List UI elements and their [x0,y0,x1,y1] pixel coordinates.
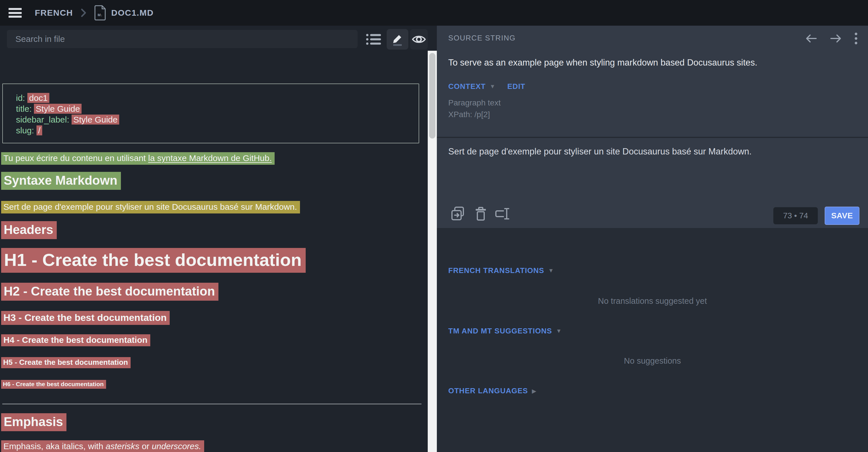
eye-icon [412,34,426,44]
plain-text: Emphasis [4,415,63,429]
hamburger-menu-icon[interactable] [8,8,22,18]
string-highlight: Headers [1,221,57,239]
next-string-button[interactable] [830,33,842,44]
string-highlight: Emphasis [1,413,66,431]
document-scrollbar [428,51,437,452]
plain-text: H2 - Create the best documentation [4,284,215,298]
source-string-section: SOURCE STRING To serve as an example pag… [437,26,868,228]
string-highlight: Tu peux écrire du contenu en utilisant l… [1,152,275,165]
doc-string-p[interactable]: Sert de page d'exemple pour styliser un … [1,201,300,214]
copy-icon [451,206,465,221]
plain-text: Headers [4,223,53,236]
plain-text: Tu peux écrire du contenu en utilisant [3,153,148,163]
pencil-icon [391,33,404,46]
doc-string-h2[interactable]: Headers [1,221,57,239]
svg-text:M↓: M↓ [97,13,102,17]
plain-text: H4 - Create the best documentation [3,335,148,345]
yaml-value-string[interactable]: / [36,125,42,135]
section-header-other-languages[interactable]: OTHER LANGUAGES▶ [448,386,536,395]
section-header-french-translations[interactable]: FRENCH TRANSLATIONS▼ [448,266,554,275]
breadcrumb-project[interactable]: FRENCH [35,8,73,18]
string-highlight: H5 - Create the best documentation [1,357,131,368]
yaml-value-string[interactable]: doc1 [27,93,49,103]
string-highlight: H1 - Create the best documentation [1,248,306,273]
translation-editor[interactable]: Sert de page d'exemple pour styliser un … [448,147,856,192]
doc-string-h1[interactable]: H1 - Create the best documentation [1,248,306,273]
text-cursor-button[interactable] [494,206,509,221]
string-highlight: Sert de page d'exemple pour styliser un … [1,201,300,214]
translation-toolbar: 73 • 74 SAVE [437,199,868,228]
translation-editor-app: FRENCH M↓ DOC1.MD [0,0,868,452]
plain-text: or [140,442,152,451]
edit-context-link[interactable]: EDIT [507,82,525,91]
string-list-button[interactable] [363,29,384,50]
plain-text: Sert de page d'exemple pour styliser un … [3,202,297,212]
doc-string-p[interactable]: Emphasis, aka italics, with asterisks or… [1,440,204,452]
document-content: id: doc1title: Style Guidesidebar_label:… [0,51,428,452]
yaml-key: title: [16,104,34,114]
plain-text: H3 - Create the best documentation [3,312,166,323]
copy-source-button[interactable] [451,206,465,221]
empty-state-text: No suggestions [437,356,868,366]
yaml-value-string[interactable]: Style Guide [71,115,119,125]
search-toolbar [0,26,428,51]
plain-text: Emphasis, aka italics, with [3,442,105,451]
previous-string-button[interactable] [805,33,817,44]
plain-text: Syntaxe Markdown [4,173,118,187]
section-header-tm-and-mt-suggestions[interactable]: TM AND MT SUGGESTIONS▼ [448,327,562,335]
more-options-kebab-icon[interactable] [854,32,858,45]
frontmatter-line[interactable]: title: Style Guide [16,103,418,114]
suggestions-area: FRENCH TRANSLATIONS▼No translations sugg… [437,228,868,452]
string-highlight: H6 - Create the best documentation [1,380,106,389]
frontmatter-line[interactable]: id: doc1 [16,93,418,103]
doc-string-h5[interactable]: H5 - Create the best documentation [1,357,131,368]
list-icon [366,32,381,46]
doc-string-h4[interactable]: H4 - Create the best documentation [1,334,150,346]
doc-string-h2[interactable]: H2 - Create the best documentation [1,283,218,301]
frontmatter-line[interactable]: sidebar_label: Style Guide [16,114,418,125]
chevron-down-icon: ▼ [490,83,495,90]
markdown-file-icon: M↓ [94,5,106,21]
source-string-text: To serve as an example page when styling… [448,58,757,68]
italic-text: asterisks [105,442,139,451]
underline-text: la syntaxe Markdown de GitHub. [148,153,272,163]
delete-translation-button[interactable] [473,206,488,221]
chevron-right-icon: ▶ [532,388,536,394]
string-highlight: H3 - Create the best documentation [1,311,170,325]
doc-string-p[interactable]: Tu peux écrire du contenu en utilisant l… [1,152,275,165]
string-highlight: H2 - Create the best documentation [1,283,218,301]
save-button[interactable]: SAVE [825,206,860,225]
edit-mode-button[interactable] [387,29,408,50]
doc-string-h2[interactable]: Syntaxe Markdown [1,172,121,190]
yaml-value-string[interactable]: Style Guide [34,104,82,114]
doc-string-h2[interactable]: Emphasis [1,413,66,431]
italic-text: underscores. [152,442,201,451]
trash-icon [475,206,487,221]
source-string-header: SOURCE STRING [448,34,516,42]
string-navigation [805,32,858,45]
section-label: OTHER LANGUAGES [448,386,528,395]
chevron-down-icon: ▼ [556,328,562,334]
empty-state-text: No translations suggested yet [437,296,868,306]
frontmatter-line[interactable]: slug: / [16,125,418,136]
string-highlight: Syntaxe Markdown [1,172,121,190]
frontmatter-box[interactable]: id: doc1title: Style Guidesidebar_label:… [2,84,419,143]
yaml-key: id: [16,93,27,103]
context-description: Paragraph text [448,98,501,107]
preview-mode-button[interactable] [410,29,428,50]
section-label: TM AND MT SUGGESTIONS [448,327,552,335]
search-input[interactable] [7,30,358,48]
context-xpath: XPath: /p[2] [448,110,490,119]
character-counter: 73 • 74 [773,207,818,224]
doc-string-h6[interactable]: H6 - Create the best documentation [1,380,106,389]
context-toggle[interactable]: CONTEXT [448,82,486,91]
breadcrumb-file[interactable]: DOC1.MD [111,8,154,18]
horizontal-rule [2,403,422,405]
scrollbar-thumb[interactable] [429,53,435,138]
top-bar: FRENCH M↓ DOC1.MD [0,0,868,26]
translation-divider [437,137,868,138]
yaml-key: slug: [16,126,36,135]
section-label: FRENCH TRANSLATIONS [448,266,544,275]
doc-string-h3[interactable]: H3 - Create the best documentation [1,311,170,325]
chevron-right-icon [81,8,87,18]
